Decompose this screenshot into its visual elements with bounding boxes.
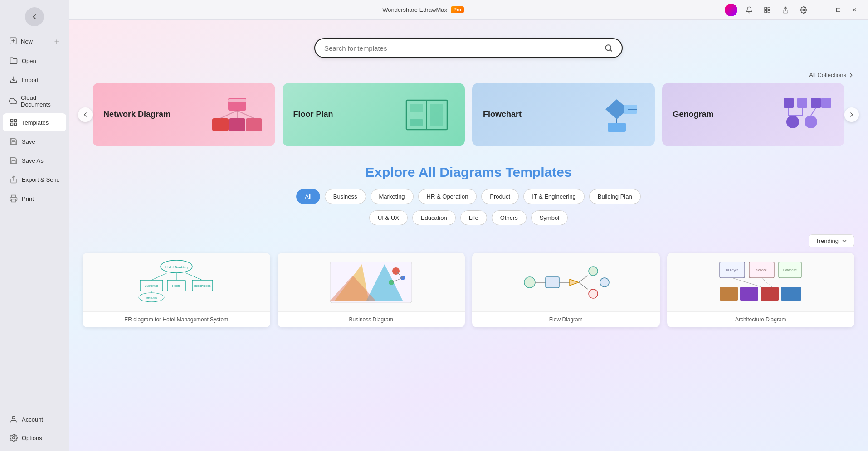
- svg-rect-26: [246, 118, 262, 131]
- close-button[interactable]: ✕: [848, 4, 861, 16]
- tag-product[interactable]: Product: [481, 189, 519, 204]
- trending-dropdown[interactable]: Trending: [809, 234, 854, 247]
- svg-line-49: [811, 108, 816, 116]
- svg-line-61: [185, 273, 202, 280]
- network-diagram-image: [210, 94, 264, 135]
- sidebar-item-saveas[interactable]: Save As: [3, 151, 66, 170]
- app-name: Wondershare EdrawMax: [382, 6, 447, 13]
- avatar[interactable]: [725, 4, 737, 16]
- carousel-card-genogram[interactable]: Genogram: [662, 83, 845, 146]
- tag-business[interactable]: Business: [325, 189, 366, 204]
- svg-text:Room: Room: [172, 284, 180, 287]
- template-card-2[interactable]: Business Diagram: [278, 253, 465, 327]
- account-label: Account: [22, 416, 43, 423]
- template-icon: [9, 118, 18, 127]
- gear-icon: [9, 433, 18, 442]
- svg-point-19: [803, 9, 805, 11]
- print-icon: [9, 194, 18, 203]
- search-divider: [599, 44, 599, 53]
- template-card-1[interactable]: Hotel Booking Customer Room Reservation: [83, 253, 270, 327]
- tag-others[interactable]: Others: [492, 210, 527, 225]
- tools-icon[interactable]: [761, 4, 774, 16]
- tag-marketing[interactable]: Marketing: [371, 189, 414, 204]
- template-card-label-4: Architecture Diagram: [667, 312, 855, 327]
- restore-button[interactable]: ⧠: [832, 4, 844, 16]
- sidebar-item-save[interactable]: Save: [3, 132, 66, 150]
- template-card-label-2: Business Diagram: [278, 312, 465, 327]
- notification-icon[interactable]: [743, 4, 756, 16]
- tag-education[interactable]: Education: [412, 210, 456, 225]
- carousel-card-floor[interactable]: Floor Plan: [283, 83, 465, 146]
- tag-life[interactable]: Life: [460, 210, 487, 225]
- share-icon[interactable]: [779, 4, 792, 16]
- add-icon: [54, 39, 60, 45]
- carousel-prev-button[interactable]: [78, 107, 93, 122]
- svg-rect-25: [229, 118, 245, 131]
- tag-symbol[interactable]: Symbol: [531, 210, 568, 225]
- search-box: [314, 38, 623, 58]
- svg-rect-42: [797, 98, 807, 108]
- svg-rect-92: [761, 287, 779, 301]
- tag-it[interactable]: IT & Engineering: [523, 189, 585, 204]
- settings-icon[interactable]: [797, 4, 810, 16]
- template-card-img-1: Hotel Booking Customer Room Reservation: [83, 253, 270, 312]
- svg-rect-44: [821, 98, 831, 108]
- app-title-area: Wondershare EdrawMax Pro: [382, 6, 464, 13]
- options-label: Options: [22, 435, 42, 441]
- svg-rect-76: [546, 277, 559, 288]
- svg-point-45: [786, 116, 799, 128]
- sidebar-item-open[interactable]: Open: [3, 52, 66, 70]
- carousel-card-network[interactable]: Network Diagram: [93, 83, 275, 146]
- svg-rect-8: [10, 123, 13, 126]
- back-button[interactable]: [25, 7, 44, 26]
- sidebar-item-print[interactable]: Print: [3, 189, 66, 208]
- trending-row: Trending: [78, 234, 859, 247]
- svg-rect-14: [765, 7, 767, 10]
- tag-hr[interactable]: HR & Operation: [418, 189, 477, 204]
- all-collections-link[interactable]: All Collections: [809, 72, 854, 78]
- chevron-down-icon: [841, 238, 848, 244]
- plus-square-icon: [9, 37, 17, 46]
- svg-rect-24: [212, 118, 229, 131]
- sidebar-item-cloud[interactable]: Cloud Documents: [3, 90, 66, 112]
- sidebar-item-import[interactable]: Import: [3, 71, 66, 89]
- carousel-card-flowchart[interactable]: Flowchart: [472, 83, 655, 146]
- sidebar-item-export[interactable]: Export & Send: [3, 170, 66, 189]
- user-icon: [9, 415, 18, 424]
- sidebar-item-options[interactable]: Options: [3, 429, 66, 447]
- carousel-section: All Collections Network Diagram: [69, 72, 868, 160]
- sidebar-item-new[interactable]: New: [3, 32, 66, 51]
- svg-point-46: [805, 116, 817, 128]
- svg-rect-33: [410, 104, 423, 112]
- svg-text:Customer: Customer: [145, 284, 159, 287]
- tag-ui[interactable]: UI & UX: [369, 210, 408, 225]
- content-area: All Collections Network Diagram: [69, 20, 868, 451]
- template-card-3[interactable]: Flow Diagram: [472, 253, 660, 327]
- print-label: Print: [22, 195, 34, 202]
- sidebar-item-templates[interactable]: Templates: [3, 113, 66, 131]
- svg-line-79: [579, 276, 588, 282]
- svg-line-29: [237, 111, 254, 118]
- window-controls: ─ ⧠ ✕: [815, 4, 861, 16]
- svg-rect-93: [781, 287, 801, 301]
- svg-line-59: [151, 273, 167, 280]
- save-label: Save: [22, 138, 35, 145]
- template-card-img-2: [278, 253, 465, 312]
- explore-title-highlight: All Diagrams Templates: [419, 165, 572, 179]
- card-title-flowchart: Flowchart: [483, 109, 522, 120]
- minimize-button[interactable]: ─: [815, 4, 828, 16]
- svg-rect-35: [410, 119, 423, 126]
- svg-rect-17: [768, 10, 770, 13]
- search-input[interactable]: [324, 44, 593, 52]
- sidebar-item-account[interactable]: Account: [3, 410, 66, 428]
- template-card-4[interactable]: UI Layer Service Database: [667, 253, 855, 327]
- tag-building[interactable]: Building Plan: [589, 189, 641, 204]
- cloud-label: Cloud Documents: [21, 94, 60, 108]
- search-button[interactable]: [605, 44, 613, 52]
- all-collections-label: All Collections: [809, 72, 846, 78]
- carousel-next-button[interactable]: [844, 107, 859, 122]
- saveas-label: Save As: [22, 157, 44, 164]
- svg-text:attributes: attributes: [146, 296, 157, 299]
- tag-all[interactable]: All: [296, 189, 320, 204]
- svg-rect-11: [12, 199, 16, 202]
